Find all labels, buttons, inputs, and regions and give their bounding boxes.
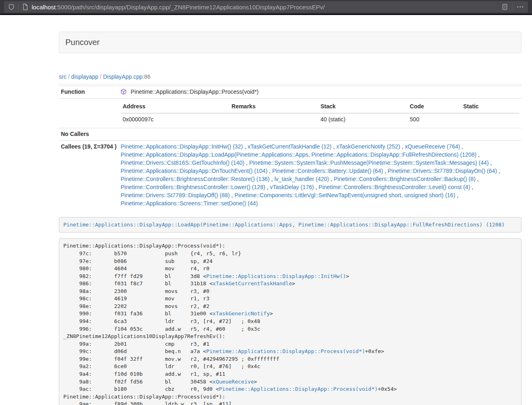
callee-link[interactable]: Pinetime::Applications::DisplayApp::Init… (121, 143, 243, 150)
urlbar-divider (18, 3, 19, 11)
callee-link[interactable]: Pinetime::Controllers::BrightnessControl… (121, 184, 265, 190)
table-row: Callees (19, Σ=3704 ) Pinetime::Applicat… (59, 140, 521, 209)
callee-link[interactable]: lv_task_handler (420) (274, 176, 329, 182)
symbol-link[interactable]: xQueueReceive (213, 379, 254, 385)
empty-row-label (59, 98, 118, 128)
url-text[interactable]: localhost:5000/path/src/displayapp/Displ… (32, 4, 498, 11)
breadcrumb-line-number: :86 (142, 73, 150, 80)
breadcrumb-separator: / (67, 73, 71, 80)
callee-link[interactable]: Pinetime::Drivers::St7789::DisplayOn() (… (388, 168, 497, 174)
browser-toolbar: localhost:5000/path/src/displayapp/Displ… (0, 0, 532, 15)
highlighted-symbol-link[interactable]: Pinetime::Applications::DisplayApp::Load… (63, 222, 505, 228)
table-row: 0x0000097c 40 (static) 500 (121, 113, 519, 126)
table-row: Address Remarks Stack Code Static 0x0000… (59, 98, 521, 128)
breadcrumb-link[interactable]: src (59, 73, 67, 80)
col-header-remarks: Remarks (230, 101, 319, 113)
callee-link[interactable]: Pinetime::Components::LittleVgl::SetNewT… (235, 192, 455, 198)
assembly-listing: Pinetime::Applications::DisplayApp::Proc… (59, 238, 521, 405)
callee-link[interactable]: Pinetime::Drivers::Cst816S::GetTouchInfo… (121, 159, 244, 166)
callers-cell (118, 128, 521, 140)
callee-link[interactable]: Pinetime::Controllers::BrightnessControl… (121, 176, 269, 182)
callee-link[interactable]: Pinetime::Applications::Screens::Timer::… (121, 200, 258, 207)
symbol-link[interactable]: xTaskGenericNotify (213, 310, 270, 317)
breadcrumb: src / displayapp / DisplayApp.cpp:86 (59, 73, 521, 80)
callees-label: Callees (19, Σ=3704 ) (59, 140, 118, 209)
callee-link[interactable]: xTaskGenericNotify (252) (336, 143, 400, 150)
col-header-static: Static (461, 101, 520, 113)
remarks-value (230, 113, 319, 126)
symbol-link[interactable]: xTaskGetCurrentTaskHandle (213, 280, 292, 287)
callees-list: Pinetime::Applications::DisplayApp::Init… (118, 140, 521, 209)
url-host: localhost (32, 4, 56, 11)
overflow-menu-icon[interactable] (517, 4, 524, 10)
divider (59, 84, 521, 84)
symbol-table: Function Pinetime::Applications::Display… (59, 86, 521, 210)
stack-value: 40 (static) (319, 113, 408, 126)
static-value (461, 113, 520, 126)
breadcrumb-link[interactable]: DisplayApp.cpp (103, 73, 142, 80)
function-row-label: Function (59, 86, 118, 99)
col-header-code: Code (408, 101, 461, 113)
callee-link[interactable]: Pinetime::Controllers::BrightnessControl… (319, 184, 470, 190)
callee-link[interactable]: vTaskDelay (176) (270, 184, 314, 190)
symbol-link[interactable]: Pinetime::Applications::DisplayApp::Init… (206, 273, 346, 279)
col-header-address: Address (121, 101, 229, 113)
address-value: 0x0000097c (121, 113, 229, 126)
urlbar-divider (512, 3, 513, 11)
callee-link[interactable]: Pinetime::System::SystemTask::PushMessag… (249, 159, 489, 166)
stats-table: Address Remarks Stack Code Static 0x0000… (121, 101, 519, 126)
symbol-link[interactable]: Pinetime::Applications::DisplayApp::Proc… (206, 348, 365, 354)
page-icon[interactable] (22, 4, 28, 10)
highlighted-symbol-box: Pinetime::Applications::DisplayApp::Load… (59, 217, 521, 233)
url-path: :5000/path/src/displayapp/DisplayApp.cpp… (56, 4, 325, 11)
callee-link[interactable]: xQueueReceive (764) (405, 143, 460, 150)
stats-cell: Address Remarks Stack Code Static 0x0000… (118, 98, 521, 128)
reader-mode-icon[interactable] (502, 4, 508, 10)
table-row: Function Pinetime::Applications::Display… (59, 86, 521, 99)
shield-icon[interactable] (8, 4, 15, 10)
symbol-link[interactable]: Pinetime::Applications::DisplayApp::Proc… (219, 386, 378, 392)
code-value: 500 (408, 113, 461, 126)
col-header-stack: Stack (319, 101, 408, 113)
page-title: Puncover (65, 38, 515, 47)
page-container: Puncover src / displayapp / DisplayApp.c… (59, 32, 521, 405)
url-bar[interactable]: localhost:5000/path/src/displayapp/Displ… (4, 1, 528, 13)
callee-link[interactable]: Pinetime::Drivers::St7789::DisplayOff() … (121, 192, 230, 198)
cube-icon (121, 88, 131, 95)
callee-link[interactable]: Pinetime::Controllers::BrightnessControl… (334, 176, 475, 182)
table-row: No Callers (59, 128, 521, 140)
breadcrumb-link[interactable]: displayapp (71, 73, 98, 80)
no-callers-label: No Callers (59, 128, 118, 140)
app-header-panel: Puncover (59, 32, 521, 53)
function-name-cell: Pinetime::Applications::DisplayApp::Proc… (118, 86, 521, 99)
callee-link[interactable]: xTaskGetCurrentTaskHandle (12) (248, 143, 332, 150)
callee-link[interactable]: Pinetime::Controllers::Battery::Update()… (272, 168, 383, 174)
callee-link[interactable]: Pinetime::Applications::DisplayApp::OnTo… (121, 168, 267, 174)
callee-link[interactable]: Pinetime::Applications::DisplayApp::Load… (121, 151, 476, 158)
function-name: Pinetime::Applications::DisplayApp::Proc… (131, 88, 258, 95)
breadcrumb-separator: / (98, 73, 103, 80)
